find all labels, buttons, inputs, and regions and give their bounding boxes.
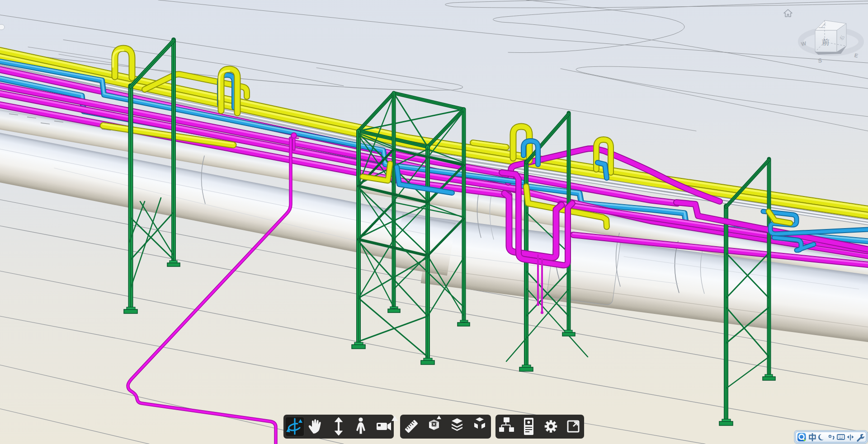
svg-text:前: 前 <box>822 38 830 47</box>
